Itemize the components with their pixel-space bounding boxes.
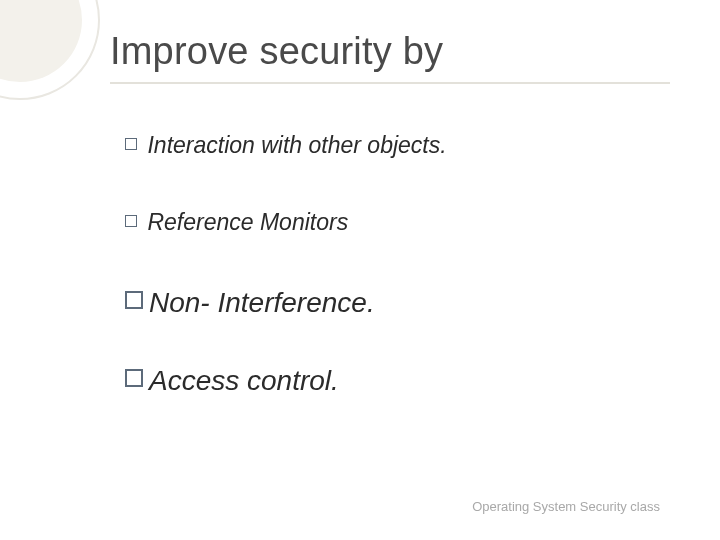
- slide-title: Improve security by: [110, 30, 443, 73]
- list-item: Reference Monitors: [125, 207, 665, 238]
- square-bullet-icon: [125, 291, 143, 309]
- list-item: Non- Interference.: [125, 284, 665, 322]
- title-underline: [110, 82, 670, 84]
- list-item-text: Non- Interference.: [149, 287, 375, 318]
- list-item-text: Reference Monitors: [147, 209, 348, 235]
- square-bullet-icon: [125, 369, 143, 387]
- corner-decoration: [0, 0, 100, 100]
- list-item-text: Interaction with other objects.: [147, 132, 446, 158]
- list-item-text: Access control.: [149, 365, 339, 396]
- list-item: Access control.: [125, 362, 665, 400]
- slide: Improve security by Interaction with oth…: [0, 0, 720, 540]
- footer-text: Operating System Security class: [472, 499, 660, 514]
- list-item: Interaction with other objects.: [125, 130, 665, 161]
- bullet-list: Interaction with other objects. Referenc…: [125, 130, 665, 400]
- square-bullet-icon: [125, 215, 137, 227]
- square-bullet-icon: [125, 138, 137, 150]
